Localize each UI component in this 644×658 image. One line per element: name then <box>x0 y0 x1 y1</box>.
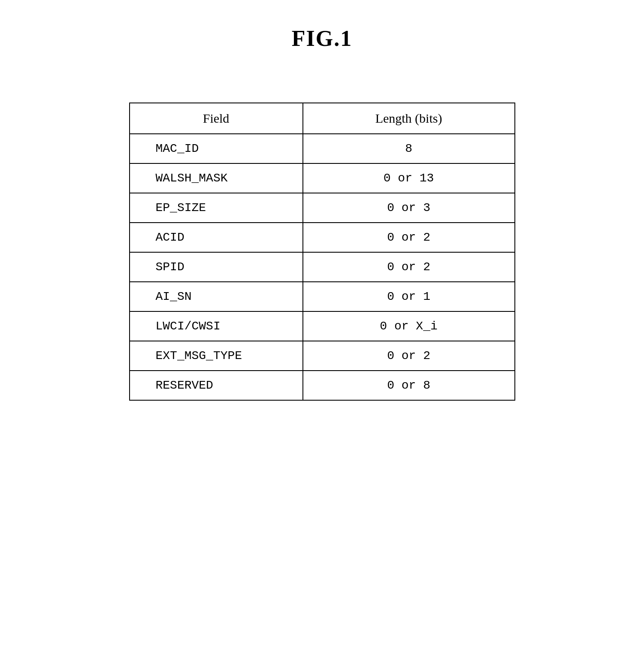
cell-field: MAC_ID <box>130 134 303 163</box>
cell-length: 0 or 1 <box>303 282 515 311</box>
table-container: Field Length (bits) MAC_ID8WALSH_MASK0 o… <box>129 103 515 401</box>
cell-field: WALSH_MASK <box>130 163 303 193</box>
column-header-field: Field <box>130 103 303 134</box>
page-title: FIG.1 <box>292 26 352 51</box>
cell-length: 0 or 2 <box>303 223 515 252</box>
cell-field: SPID <box>130 252 303 282</box>
cell-field: RESERVED <box>130 371 303 400</box>
cell-field: ACID <box>130 223 303 252</box>
data-table: Field Length (bits) MAC_ID8WALSH_MASK0 o… <box>129 103 515 401</box>
cell-length: 0 or 2 <box>303 341 515 371</box>
table-row: MAC_ID8 <box>130 134 515 163</box>
table-row: EP_SIZE0 or 3 <box>130 193 515 223</box>
cell-field: LWCI/CWSI <box>130 311 303 341</box>
cell-length: 0 or X_i <box>303 311 515 341</box>
cell-length: 8 <box>303 134 515 163</box>
table-row: EXT_MSG_TYPE0 or 2 <box>130 341 515 371</box>
cell-field: AI_SN <box>130 282 303 311</box>
column-header-length: Length (bits) <box>303 103 515 134</box>
table-row: LWCI/CWSI0 or X_i <box>130 311 515 341</box>
table-row: SPID0 or 2 <box>130 252 515 282</box>
cell-length: 0 or 13 <box>303 163 515 193</box>
cell-length: 0 or 3 <box>303 193 515 223</box>
cell-length: 0 or 8 <box>303 371 515 400</box>
table-row: RESERVED0 or 8 <box>130 371 515 400</box>
table-row: ACID0 or 2 <box>130 223 515 252</box>
table-row: WALSH_MASK0 or 13 <box>130 163 515 193</box>
table-header-row: Field Length (bits) <box>130 103 515 134</box>
cell-field: EXT_MSG_TYPE <box>130 341 303 371</box>
cell-field: EP_SIZE <box>130 193 303 223</box>
table-row: AI_SN0 or 1 <box>130 282 515 311</box>
cell-length: 0 or 2 <box>303 252 515 282</box>
